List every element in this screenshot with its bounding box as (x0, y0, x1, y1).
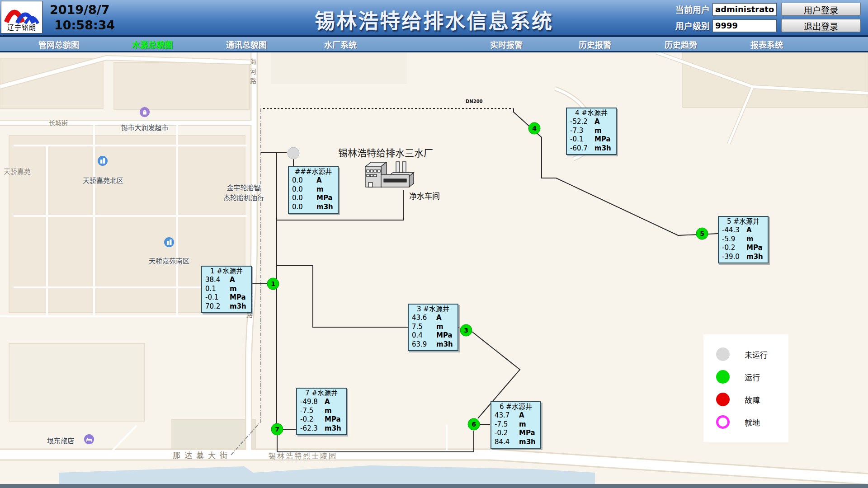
nav-item-report-system[interactable]: 报表系统 (750, 38, 783, 50)
idle-status-icon (716, 347, 730, 361)
well-title: 1 #水源井 (202, 267, 251, 276)
legend-label: 故障 (745, 394, 760, 405)
well-unit: A (230, 276, 235, 285)
well-unit: A (594, 117, 600, 127)
well-value: -7.5 (495, 420, 519, 429)
well-unit: MPa (325, 415, 341, 424)
legend-item-running: 运行 (703, 366, 788, 388)
well-unit: m (230, 285, 237, 294)
well-value: 38.4 (205, 276, 230, 285)
app-window: 1 3 4 5 6 7 长城街 海河路 海河路 那达慕大街 锡林浩特烈士陵园 天… (0, 0, 868, 488)
status-legend: 未运行 运行 故障 就地 (703, 334, 788, 442)
well-circle-number: 1 (271, 280, 275, 287)
well-unit: MPa (519, 429, 535, 438)
login-button[interactable]: 用户登录 (781, 3, 861, 16)
logout-button[interactable]: 退出登录 (781, 19, 861, 32)
main-nav: 管网总貌图 水源总貌图 通讯总貌图 水厂系统 实时报警 历史报警 历史趋势 报表… (0, 37, 868, 51)
well-value: 7.5 (412, 323, 436, 332)
plant-title: 锡林浩特给排水三水厂 (338, 145, 433, 159)
well-circle-idle[interactable] (288, 147, 299, 159)
datetime-display: 2019/8/7 10:58:34 (50, 2, 115, 33)
nav-item-water-source[interactable]: 水源总貌图 (132, 38, 173, 50)
fault-status-icon (716, 392, 730, 407)
nav-item-plant-system[interactable]: 水厂系统 (324, 38, 357, 50)
well-box-5[interactable]: 5 #水源井 -44.3A -5.9m -0.2MPa -39.0m3h (718, 216, 769, 263)
app-title: 锡林浩特给排水信息系统 (315, 5, 553, 34)
well-value: -0.1 (570, 135, 594, 144)
map-canvas[interactable]: 1 3 4 5 6 7 长城街 海河路 海河路 那达慕大街 锡林浩特烈士陵园 天… (0, 0, 868, 488)
current-user-input[interactable] (712, 3, 777, 16)
well-circle-number: 3 (464, 327, 468, 334)
nav-item-history-trend[interactable]: 历史趋势 (665, 38, 697, 50)
well-unit: A (746, 226, 752, 235)
street-label-haihe-top: 海河路 (248, 59, 257, 87)
street-label-changcheng: 长城街 (49, 118, 68, 127)
well-unit: m (594, 127, 602, 136)
well-unit: m3h (436, 340, 453, 349)
well-value: -0.1 (205, 293, 230, 302)
well-circle-number: 6 (472, 421, 476, 428)
pipe-diameter-label: DN200 (466, 99, 483, 104)
well-unit: A (436, 314, 442, 323)
well-box-3[interactable]: 3 #水源井 43.6A 7.5m 0.4MPa 63.9m3h (408, 304, 458, 351)
well-unit: MPa (316, 194, 333, 203)
well-value: 0.4 (412, 331, 436, 340)
well-value: -7.5 (300, 407, 325, 416)
legend-item-local: 就地 (703, 411, 788, 433)
well-value: -0.2 (495, 429, 519, 438)
well-title: 3 #水源井 (409, 305, 458, 314)
supermarket-icon (139, 107, 150, 117)
water-area (59, 465, 595, 485)
well-value: -60.7 (570, 144, 594, 153)
nav-item-pipe-network[interactable]: 管网总貌图 (38, 38, 79, 50)
well-value: 84.4 (495, 438, 519, 447)
well-box-6[interactable]: 6 #水源井 43.7A -7.5m -0.2MPa 84.4m3h (491, 401, 541, 449)
current-date: 2019/8/7 (50, 2, 115, 18)
well-box-idle[interactable]: ###水源井 0.0A 0.0m 0.0MPa 0.0m3h (288, 166, 339, 214)
nav-item-history-alarm[interactable]: 历史报警 (579, 38, 611, 50)
current-user-label: 当前用户 (667, 3, 710, 15)
well-circle-number: 4 (532, 125, 537, 132)
well-title: ###水源井 (289, 168, 338, 176)
well-circle-number: 7 (275, 426, 279, 433)
legend-item-idle: 未运行 (703, 343, 788, 366)
well-unit: MPa (436, 331, 453, 340)
well-value: -7.3 (570, 127, 594, 136)
well-unit: m (316, 185, 324, 194)
well-unit: A (325, 398, 330, 407)
nav-item-communication[interactable]: 通讯总貌图 (226, 38, 267, 50)
well-unit: m3h (519, 438, 536, 447)
label-tire-shop-line1: 金宇轮胎智 (226, 183, 260, 192)
well-unit: m3h (594, 144, 611, 153)
well-value: 63.9 (412, 340, 436, 349)
user-panel: 当前用户 用户登录 用户级别 退出登录 (667, 3, 861, 35)
well-value: -39.0 (722, 253, 746, 262)
label-tire-shop-line2: 杰轮胎机油行 (223, 192, 264, 202)
user-level-input[interactable] (712, 19, 777, 32)
logo-icon (2, 1, 42, 24)
well-unit: m (519, 420, 526, 429)
well-box-7[interactable]: 7 #水源井 -49.8A -7.5m -0.2MPa -62.3m3h (296, 388, 347, 435)
legend-label: 就地 (745, 417, 760, 428)
well-title: 5 #水源井 (719, 217, 768, 226)
well-box-1[interactable]: 1 #水源井 38.4A 0.1m -0.1MPa 70.2m3h (201, 266, 252, 313)
well-value: 43.6 (412, 314, 436, 323)
company-logo: 辽宁铭朗 (1, 1, 42, 33)
well-unit: MPa (230, 293, 246, 302)
well-box-4[interactable]: 4 #水源井 -52.2A -7.3m -0.1MPa -60.7m3h (566, 108, 617, 155)
well-title: 4 #水源井 (567, 109, 616, 117)
label-tianjiao-north: 天骄嘉苑北区 (83, 175, 123, 185)
well-unit: m (436, 323, 443, 332)
nav-item-realtime-alarm[interactable]: 实时报警 (490, 38, 523, 50)
well-value: 0.0 (292, 185, 316, 194)
well-unit: A (519, 411, 524, 420)
factory-icon (366, 162, 414, 187)
local-status-icon (716, 415, 730, 429)
legend-label: 未运行 (745, 349, 768, 360)
street-label-nadamu: 那达慕大街 (173, 449, 231, 460)
label-tianjiao-area: 天骄嘉苑 (4, 166, 31, 176)
residence-south-icon (164, 237, 175, 248)
label-martyrs-park: 锡林浩特烈士陵园 (269, 450, 337, 461)
user-level-label: 用户级别 (667, 19, 710, 32)
well-value: -49.8 (300, 398, 325, 407)
